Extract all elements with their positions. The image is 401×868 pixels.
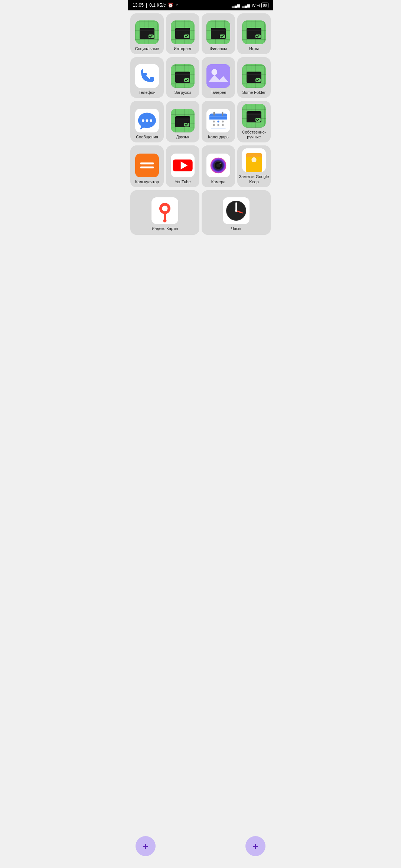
app-icon-calculator [135,154,159,177]
app-icon-games [242,20,266,44]
app-label-gallery: Галерея [211,90,226,95]
app-cell-keep[interactable]: Заметки Google Keep [237,145,271,187]
app-icon-camera [206,154,230,177]
app-cell-internet[interactable]: Интернет [166,13,199,54]
app-label-calculator: Калькулятор [135,180,159,184]
app-icon-clock [223,197,250,224]
app-label-messages: Сообщения [136,135,158,139]
alarm-icon: ⏰ [168,3,173,8]
app-icon-handmade [242,104,266,128]
svg-point-23 [146,119,149,122]
app-cell-calculator[interactable]: Калькулятор [130,145,164,187]
app-cell-youtube[interactable]: YouTube [166,145,199,187]
network-speed-value: 0,1 КБ/с [149,3,166,8]
svg-point-34 [222,121,224,122]
app-cell-camera[interactable]: Камера [202,145,235,187]
app-label-downloads: Загрузки [175,90,191,95]
svg-point-53 [219,162,221,164]
app-icon-messages [135,109,159,132]
app-cell-handmade[interactable]: Собственно-ручные [237,101,271,142]
app-icon-gallery [206,64,230,88]
app-cell-social[interactable]: Социальные [130,13,164,54]
signal-icon1: ▂▄▆ [232,3,240,7]
app-label-internet: Интернет [174,46,192,51]
app-icon-keep [242,148,266,172]
svg-point-68 [235,210,237,212]
svg-rect-39 [222,112,223,116]
app-cell-some-folder[interactable]: Some Folder [237,57,271,98]
battery-indicator: 89 [261,3,268,8]
svg-point-35 [213,124,215,126]
svg-rect-38 [213,112,215,116]
app-label-youtube: YouTube [175,180,190,184]
app-grid-row3: Сообщения Друзья [128,101,273,145]
app-cell-yandex-maps[interactable]: Яндекс Карты [130,190,199,235]
app-grid-row4: Калькулятор YouTube [128,145,273,190]
app-cell-downloads[interactable]: Загрузки [166,57,199,98]
svg-rect-16 [206,64,230,88]
status-bar: 13:05 | 0,1 КБ/с ⏰ ○ ▂▄▆ ▂▄▆ WiFi 89 [128,0,273,10]
svg-point-57 [251,157,256,162]
app-icon-some-folder [242,64,266,88]
signal-icon2: ▂▄▆ [242,3,250,7]
app-label-some-folder: Some Folder [242,90,266,95]
app-label-clock: Часы [231,226,241,231]
app-label-keep: Заметки Google Keep [239,174,269,184]
app-icon-yandex-maps [151,197,178,224]
app-icon-finance [206,20,230,44]
app-icon-phone [135,64,159,88]
app-label-finance: Финансы [210,46,227,51]
svg-rect-43 [135,154,159,177]
app-grid-row5: Яндекс Карты Часы [128,190,273,237]
svg-rect-44 [140,162,154,164]
app-grid-row2: Телефон Загрузки [128,57,273,101]
svg-point-62 [163,219,167,222]
app-label-friends: Друзья [176,135,189,139]
svg-point-33 [217,121,219,122]
app-label-camera: Камера [211,180,225,184]
svg-point-22 [142,119,144,122]
app-icon-social [135,20,159,44]
svg-point-24 [150,119,152,122]
app-label-yandex-maps: Яндекс Карты [151,226,178,231]
svg-rect-58 [246,155,262,157]
network-speed: | [146,3,147,8]
app-cell-gallery[interactable]: Галерея [202,57,235,98]
app-cell-calendar[interactable]: Календарь [202,101,235,142]
app-cell-games[interactable]: Игры [237,13,271,54]
svg-rect-31 [209,117,227,120]
app-label-handmade: Собственно-ручные [239,130,269,139]
wifi-icon: WiFi [252,3,260,7]
app-cell-phone[interactable]: Телефон [130,57,164,98]
app-icon-internet [171,20,195,44]
svg-point-37 [222,124,224,126]
app-label-games: Игры [249,46,259,51]
app-icon-friends [171,109,195,132]
app-label-social: Социальные [135,46,159,51]
app-label-phone: Телефон [138,90,156,95]
app-cell-messages[interactable]: Сообщения [130,101,164,142]
app-label-calendar: Календарь [208,135,229,139]
app-icon-calendar [206,109,230,132]
svg-point-52 [216,163,221,167]
status-right: ▂▄▆ ▂▄▆ WiFi 89 [232,3,268,8]
app-cell-friends[interactable]: Друзья [166,101,199,142]
app-cell-clock[interactable]: Часы [202,190,271,235]
app-grid-row1: Социальные Интернет Финансы [128,10,273,57]
svg-point-61 [162,206,168,211]
app-icon-downloads [171,64,195,88]
svg-point-32 [213,121,215,122]
svg-point-17 [211,69,217,75]
app-cell-finance[interactable]: Финансы [202,13,235,54]
svg-rect-12 [135,64,159,88]
status-left: 13:05 | 0,1 КБ/с ⏰ ○ [133,3,179,8]
circle-icon: ○ [176,3,178,8]
app-icon-youtube [171,154,195,177]
svg-rect-45 [140,166,154,168]
svg-point-36 [217,124,219,126]
time: 13:05 [133,3,144,8]
